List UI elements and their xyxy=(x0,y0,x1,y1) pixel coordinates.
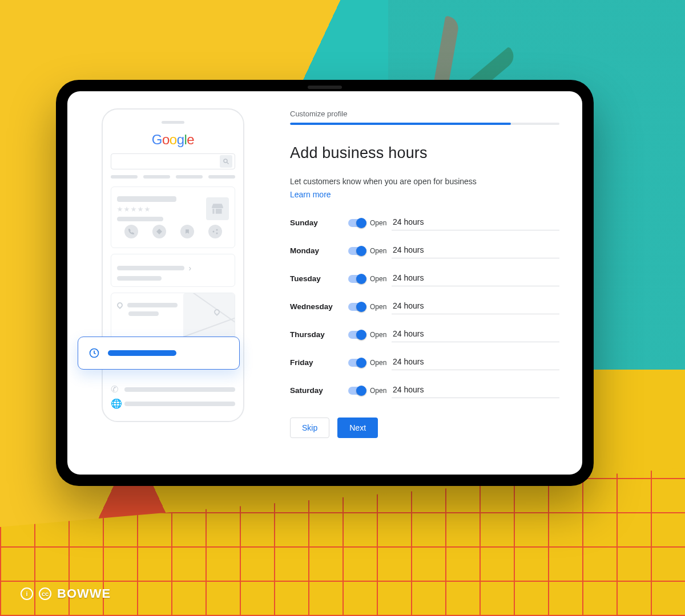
open-toggle[interactable] xyxy=(348,303,365,311)
business-card-stub xyxy=(111,187,235,248)
tablet-screen: Google xyxy=(67,91,582,475)
phone-mockup: Google xyxy=(102,108,244,422)
search-icon xyxy=(220,155,232,168)
hours-field[interactable]: 24 hours xyxy=(392,383,559,398)
share-icon xyxy=(208,225,222,238)
main-content: Customize profile Add business hours Let… xyxy=(290,108,559,457)
hours-highlight-callout xyxy=(78,337,240,370)
svg-point-4 xyxy=(216,233,217,234)
highlight-bar xyxy=(108,350,176,356)
hours-row-monday: Monday Open 24 hours xyxy=(290,243,559,258)
next-button[interactable]: Next xyxy=(337,418,378,438)
page-title: Add business hours xyxy=(290,144,559,162)
open-toggle[interactable] xyxy=(348,275,365,283)
day-label: Monday xyxy=(290,246,345,255)
day-label: Thursday xyxy=(290,330,345,339)
map-card-stub xyxy=(111,293,235,339)
open-toggle[interactable] xyxy=(348,359,365,367)
pin-icon xyxy=(116,301,124,309)
svg-point-3 xyxy=(216,229,217,231)
skip-button[interactable]: Skip xyxy=(290,418,329,438)
svg-point-0 xyxy=(224,159,227,163)
button-row: Skip Next xyxy=(290,418,559,438)
phone-speaker xyxy=(162,121,184,124)
open-status-label: Open xyxy=(370,219,386,227)
hours-field[interactable]: 24 hours xyxy=(392,299,559,314)
google-logo: Google xyxy=(111,132,235,148)
day-label: Saturday xyxy=(290,386,345,395)
open-status-label: Open xyxy=(370,303,386,311)
open-status-label: Open xyxy=(370,359,386,367)
svg-point-2 xyxy=(212,231,214,233)
chevron-right-icon: › xyxy=(189,264,192,273)
open-toggle[interactable] xyxy=(348,331,365,339)
svg-line-1 xyxy=(227,163,229,164)
globe-icon: 🌐 xyxy=(111,398,120,409)
step-label: Customize profile xyxy=(290,110,559,118)
tablet-frame: Google xyxy=(56,80,594,486)
open-toggle[interactable] xyxy=(348,219,365,227)
open-toggle[interactable] xyxy=(348,387,365,395)
open-status-label: Open xyxy=(370,275,386,283)
save-icon xyxy=(180,225,194,238)
clock-icon xyxy=(88,347,100,359)
day-label: Sunday xyxy=(290,218,345,227)
watermark: i cc BOWWE xyxy=(21,586,111,601)
search-stub xyxy=(111,153,235,169)
open-status-label: Open xyxy=(370,331,386,339)
hours-row-saturday: Saturday Open 24 hours xyxy=(290,383,559,398)
info-card-stub: › xyxy=(111,254,235,287)
map-thumbnail xyxy=(183,293,235,339)
hours-field[interactable]: 24 hours xyxy=(392,271,559,286)
hours-field[interactable]: 24 hours xyxy=(392,215,559,230)
hours-field[interactable]: 24 hours xyxy=(392,327,559,342)
hours-row-thursday: Thursday Open 24 hours xyxy=(290,327,559,342)
open-toggle[interactable] xyxy=(348,247,365,255)
hours-row-tuesday: Tuesday Open 24 hours xyxy=(290,271,559,286)
day-label: Wednesday xyxy=(290,302,345,311)
star-rating-stub xyxy=(117,206,202,212)
open-status-label: Open xyxy=(370,387,386,395)
hours-field[interactable]: 24 hours xyxy=(392,243,559,258)
tablet-camera xyxy=(308,86,342,89)
day-label: Friday xyxy=(290,358,345,367)
cc-badge-icon: cc xyxy=(39,587,51,600)
hours-list: Sunday Open 24 hours Monday Open 24 hour… xyxy=(290,215,559,398)
progress-bar xyxy=(290,123,559,125)
learn-more-link[interactable]: Learn more xyxy=(290,190,331,199)
phone-preview-column: Google xyxy=(84,108,261,457)
directions-icon xyxy=(152,225,166,238)
progress-fill xyxy=(290,123,511,125)
phone-outline-icon: ✆ xyxy=(111,384,120,395)
info-badge-icon: i xyxy=(21,587,33,600)
contact-rows-stub: ✆ 🌐 xyxy=(111,378,235,415)
phone-icon xyxy=(124,225,138,238)
hours-row-wednesday: Wednesday Open 24 hours xyxy=(290,299,559,314)
open-status-label: Open xyxy=(370,247,386,255)
day-label: Tuesday xyxy=(290,274,345,283)
page-subtext: Let customers know when you are open for… xyxy=(290,177,559,186)
brand-logo: BOWWE xyxy=(57,586,111,601)
tabs-stub xyxy=(111,175,235,179)
hours-row-friday: Friday Open 24 hours xyxy=(290,355,559,370)
hours-row-sunday: Sunday Open 24 hours xyxy=(290,215,559,230)
hours-field[interactable]: 24 hours xyxy=(392,355,559,370)
storefront-icon xyxy=(206,197,229,220)
